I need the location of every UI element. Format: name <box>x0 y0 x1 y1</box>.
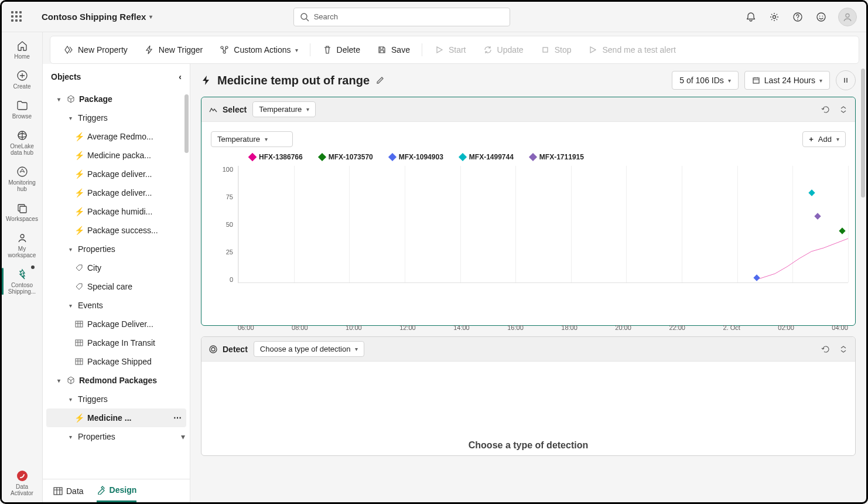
more-icon[interactable]: ⋯ <box>173 413 186 423</box>
rail-monitoring[interactable]: Monitoring hub <box>4 162 40 196</box>
rail-active-workspace[interactable]: Contoso Shipping... <box>4 264 40 298</box>
svg-rect-22 <box>76 359 83 365</box>
rail-browse[interactable]: Browse <box>4 96 40 123</box>
app-launcher-icon[interactable] <box>11 11 23 23</box>
feedback-icon[interactable] <box>815 11 828 23</box>
chevron-down-icon: ▾ <box>836 136 839 142</box>
refresh-icon[interactable] <box>821 345 831 354</box>
legend-marker <box>388 153 397 161</box>
bolt-icon: ⚡ <box>74 207 84 216</box>
custom-actions-button[interactable]: Custom Actions▾ <box>212 41 305 59</box>
select-property-dropdown[interactable]: Temperature▾ <box>252 101 316 117</box>
tree-node-properties[interactable]: ▾Properties <box>43 240 190 258</box>
notifications-icon[interactable] <box>744 11 757 23</box>
rail-home[interactable]: Home <box>4 36 40 63</box>
scrollbar-thumb[interactable] <box>861 69 865 197</box>
svg-rect-13 <box>20 206 26 213</box>
add-button[interactable]: +Add▾ <box>802 131 846 147</box>
chevron-down-icon: ▾ <box>306 106 309 113</box>
collapse-icon[interactable] <box>839 105 848 114</box>
rail-workspaces[interactable]: Workspaces <box>4 198 40 226</box>
search-input[interactable]: Search <box>293 8 510 26</box>
help-icon[interactable] <box>791 11 804 23</box>
tab-data[interactable]: Data <box>53 479 84 502</box>
scrollbar-thumb[interactable] <box>184 94 189 153</box>
property-mini-dropdown[interactable]: Temperature▾ <box>211 131 293 147</box>
tag-icon <box>74 282 84 291</box>
stop-button: Stop <box>533 41 579 59</box>
detect-card: Detect Choose a type of detection▾ Choos… <box>201 336 856 456</box>
tree-trigger-item[interactable]: ⚡Package deliver... <box>43 165 190 183</box>
svg-point-18 <box>223 51 225 53</box>
chart: 1007550250 06:0008:0010:0012:0014:0016:0… <box>209 166 848 318</box>
tree-node-redmond[interactable]: ▾Redmond Packages <box>43 371 190 390</box>
chevron-down-icon: ▾ <box>181 432 190 441</box>
workspace-name-label: Contoso Shipping Reflex <box>42 12 146 22</box>
edit-icon[interactable] <box>375 76 385 85</box>
tree-event-item[interactable]: Package Deliver... <box>43 315 190 333</box>
rail-create[interactable]: Create <box>4 66 40 93</box>
settings-icon[interactable] <box>768 11 781 23</box>
search-placeholder: Search <box>314 12 338 21</box>
tree-trigger-selected[interactable]: ⚡Medicine ...⋯ <box>46 408 186 427</box>
tree-trigger-item[interactable]: ⚡Package success... <box>43 221 190 240</box>
bolt-icon <box>201 75 211 86</box>
save-button[interactable]: Save <box>370 41 417 59</box>
svg-point-5 <box>819 15 821 16</box>
bolt-icon: ⚡ <box>74 226 84 235</box>
detect-placeholder-text: Choose a type of detection <box>469 440 588 451</box>
bolt-icon: ⚡ <box>74 169 84 179</box>
chart-legend: HFX-1386766 MFX-1073570 MFX-1094903 MFX-… <box>209 153 848 161</box>
tree-property-item[interactable]: City <box>43 258 190 277</box>
svg-point-15 <box>17 471 28 481</box>
page-title-label: Medicine temp out of range <box>217 74 370 87</box>
svg-point-26 <box>211 348 215 351</box>
svg-rect-21 <box>76 340 83 346</box>
legend-marker <box>248 153 257 161</box>
table-icon <box>74 357 84 366</box>
tab-design[interactable]: Design <box>97 479 137 502</box>
select-card: Select Temperature▾ Temperature▾ +Add▾ <box>201 97 856 326</box>
send-test-button: Send me a test alert <box>580 41 682 59</box>
svg-rect-20 <box>76 321 83 327</box>
cube-icon <box>66 376 76 385</box>
tree-event-item[interactable]: Package Shipped <box>43 352 190 371</box>
bolt-icon: ⚡ <box>74 151 84 160</box>
tree-trigger-item[interactable]: ⚡Package humidi... <box>43 202 190 221</box>
workspace-dropdown[interactable]: Contoso Shipping Reflex ▾ <box>42 12 152 22</box>
table-icon <box>53 486 63 496</box>
tree-node-events[interactable]: ▾Events <box>43 296 190 315</box>
collapse-panel-icon[interactable]: ‹ <box>179 72 182 81</box>
tree-trigger-item[interactable]: ⚡Medicine packa... <box>43 146 190 165</box>
refresh-icon[interactable] <box>821 105 831 114</box>
tree-event-item[interactable]: Package In Transit <box>43 333 190 352</box>
tree-node-triggers-2[interactable]: ▾Triggers <box>43 390 190 408</box>
rail-my-workspace[interactable]: My workspace <box>4 228 40 262</box>
user-avatar[interactable] <box>838 8 857 26</box>
tree-node-triggers[interactable]: ▾Triggers <box>43 108 190 127</box>
delete-button[interactable]: Delete <box>315 41 367 59</box>
start-button: Start <box>427 41 473 59</box>
svg-point-25 <box>210 346 217 353</box>
new-property-button[interactable]: New Property <box>56 41 135 59</box>
legend-marker <box>318 153 326 161</box>
svg-line-1 <box>306 19 309 21</box>
rail-onelake[interactable]: OneLake data hub <box>4 125 40 159</box>
tree-property-item[interactable]: Special care <box>43 277 190 296</box>
detect-type-dropdown[interactable]: Choose a type of detection▾ <box>254 341 365 357</box>
bolt-icon: ⚡ <box>74 413 84 423</box>
pause-button[interactable] <box>836 70 856 90</box>
tree-node-package[interactable]: ▾Package <box>43 90 190 108</box>
ids-selector[interactable]: 5 of 106 IDs▾ <box>672 71 739 90</box>
left-nav-rail: Home Create Browse OneLake data hub Moni… <box>2 32 43 502</box>
time-range-selector[interactable]: Last 24 Hours▾ <box>744 71 830 90</box>
new-trigger-button[interactable]: New Trigger <box>137 41 210 59</box>
legend-marker <box>529 153 537 161</box>
tree-trigger-item[interactable]: ⚡Package deliver... <box>43 183 190 202</box>
collapse-icon[interactable] <box>839 345 848 354</box>
command-toolbar: New Property New Trigger Custom Actions▾… <box>50 36 859 64</box>
tree-node-properties-2[interactable]: ▾Properties▾ <box>43 427 190 446</box>
tree-trigger-item[interactable]: ⚡Average Redmo... <box>43 127 190 146</box>
rail-data-activator[interactable]: Data Activator <box>4 466 40 500</box>
table-icon <box>74 338 84 348</box>
